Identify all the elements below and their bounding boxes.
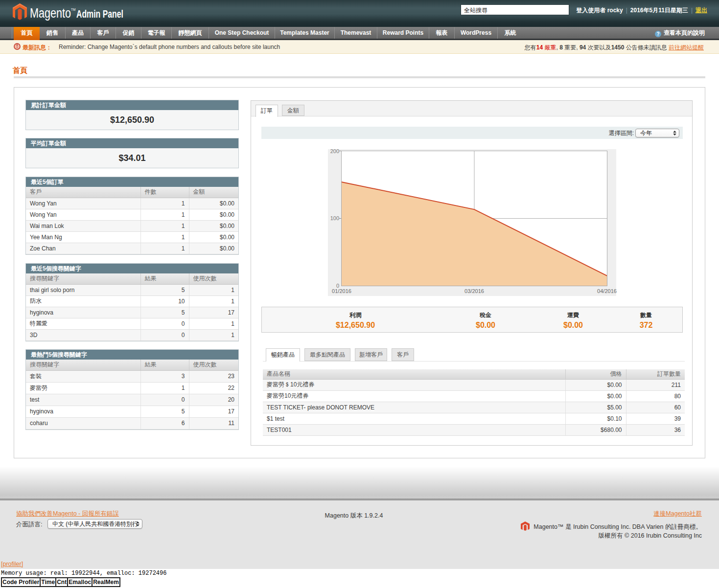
svg-text:03/2016: 03/2016 — [464, 288, 484, 294]
svg-text:01/2016: 01/2016 — [332, 288, 351, 294]
svg-text:100: 100 — [330, 215, 339, 221]
svg-text:200: 200 — [330, 148, 339, 154]
svg-text:04/2016: 04/2016 — [597, 288, 617, 294]
